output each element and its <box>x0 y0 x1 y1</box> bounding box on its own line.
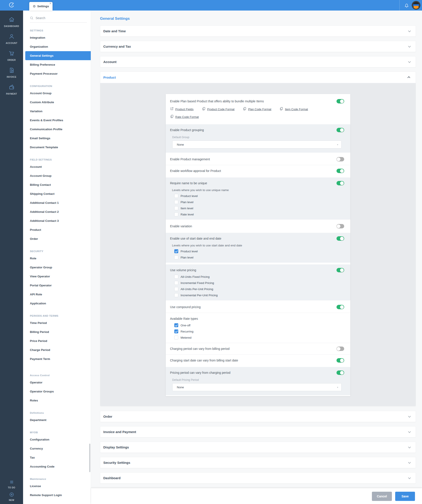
sidebar-scrollbar[interactable] <box>89 444 90 472</box>
accordion-date-and-time[interactable]: Date and Time <box>100 25 416 37</box>
save-button[interactable]: Save <box>395 492 415 501</box>
sidebar-item-email-settings[interactable]: Email Settings <box>23 134 91 143</box>
link-product-fields[interactable]: Product Fields <box>170 107 194 111</box>
checkbox-metered[interactable] <box>174 336 178 340</box>
checkbox-row-plan-level[interactable]: Plan level <box>174 200 344 204</box>
rail-item-order[interactable]: ORDER <box>0 50 23 61</box>
toggle-enable-use-of-start-date-and-end-date[interactable] <box>336 236 344 241</box>
checkbox-plan-level[interactable] <box>174 200 178 204</box>
checkbox-row-incremental-fixed-pricing[interactable]: Incremental Fixed Pricing <box>174 281 344 285</box>
sidebar-item-order[interactable]: Order <box>23 234 91 243</box>
sidebar-item-document-template[interactable]: Document Template <box>23 143 91 152</box>
checkbox-row-one-off[interactable]: One-off <box>174 323 344 327</box>
rail-item-dashboard[interactable]: DASHBOARD <box>0 16 23 27</box>
sidebar-item-events-event-profiles[interactable]: Events & Event Profiles <box>23 116 91 125</box>
accordion-dashboard[interactable]: Dashboard <box>100 472 416 484</box>
rail-item-account[interactable]: ACCOUNT <box>0 33 23 44</box>
sidebar-item-payment-processor[interactable]: Payment Processor <box>23 69 91 78</box>
checkbox-row-incremental-per-unit-pricing[interactable]: Incremental Per-Unit Pricing <box>174 293 344 297</box>
sidebar-item-account-group[interactable]: Account Group <box>23 171 91 180</box>
sidebar-item-charge-period[interactable]: Charge Period <box>23 345 91 354</box>
checkbox-all-units-fixed-pricing[interactable] <box>174 275 178 279</box>
sidebar-item-billing-preference[interactable]: Billing Preference <box>23 60 91 69</box>
sidebar-item-billing-contact[interactable]: Billing Contact <box>23 180 91 189</box>
toggle-enable-product-grouping[interactable] <box>336 128 344 132</box>
sidebar-item-shipping-contact[interactable]: Shipping Contact <box>23 189 91 198</box>
sidebar-item-operator-groups[interactable]: Operator Groups <box>23 387 91 396</box>
accordion-order[interactable]: Order <box>100 411 416 422</box>
link-rate-code-format[interactable]: Rate Code Format <box>170 115 199 119</box>
sidebar-item-account[interactable]: Account <box>23 162 91 171</box>
sidebar-item-time-period[interactable]: Time Period <box>23 318 91 327</box>
toggle-enable-product-management[interactable] <box>336 157 344 162</box>
checkbox-row-rate-level[interactable]: Rate level <box>174 212 344 216</box>
avatar[interactable] <box>412 1 421 10</box>
accordion-display-settings[interactable]: Display Settings <box>100 442 416 453</box>
rail-item-invoice[interactable]: INVOICE <box>0 67 23 78</box>
toggle-use-compound-pricing[interactable] <box>336 305 344 309</box>
select-default-pricing-period[interactable]: None▾ <box>172 383 342 391</box>
toggle-use-volume-pricing[interactable] <box>336 268 344 272</box>
checkbox-row-metered[interactable]: Metered <box>174 336 344 340</box>
checkbox-row-product-level[interactable]: Product level <box>174 194 344 198</box>
checkbox-row-plan-level[interactable]: Plan level <box>174 255 344 259</box>
rail-item-to-do[interactable]: TO DO <box>0 480 23 489</box>
sidebar-item-application[interactable]: Application <box>23 299 91 308</box>
checkbox-recurring[interactable] <box>174 330 178 333</box>
tab-settings[interactable]: ⚙ Settings ✕ <box>29 2 53 11</box>
close-icon[interactable]: ✕ <box>49 2 52 5</box>
select-default-group[interactable]: None▾ <box>172 141 342 149</box>
sidebar-item-product[interactable]: Product <box>23 225 91 234</box>
checkbox-product-level[interactable] <box>174 249 178 253</box>
toggle-charging-period-can-vary-from-billing-period[interactable] <box>336 347 344 351</box>
checkbox-row-all-units-per-unit-pricing[interactable]: All-Units Per-Unit Pricing <box>174 287 344 291</box>
search-input[interactable] <box>36 16 80 20</box>
sidebar-item-view-operator[interactable]: View Operator <box>23 272 91 281</box>
toggle-enable-variation[interactable] <box>336 224 344 228</box>
link-item-code-format[interactable]: Item Code Format <box>280 107 308 111</box>
toggle-pricing-period-can-vary-from-charging-period[interactable] <box>336 371 344 375</box>
cancel-button[interactable]: Cancel <box>372 492 392 501</box>
sidebar-item-accounting-code[interactable]: Accounting Code <box>23 462 91 471</box>
sidebar-item-custom-attribute[interactable]: Custom Attribute <box>23 98 91 107</box>
checkbox-all-units-per-unit-pricing[interactable] <box>174 287 178 291</box>
sidebar-item-general-settings[interactable]: General Settings <box>25 51 91 60</box>
toggle-charging-start-date-can-vary-from-billing-start-date[interactable] <box>336 358 344 363</box>
checkbox-row-item-level[interactable]: Item level <box>174 206 344 210</box>
checkbox-one-off[interactable] <box>174 323 178 327</box>
accordion-currency-and-tax[interactable]: Currency and Tax <box>100 41 416 52</box>
sidebar-item-currency[interactable]: Currency <box>23 444 91 453</box>
sidebar-item-communication-profile[interactable]: Communication Profile <box>23 125 91 134</box>
sidebar-item-remote-support-login[interactable]: Remote Support Login <box>23 491 91 500</box>
sidebar-item-role[interactable]: Role <box>23 254 91 263</box>
sidebar-item-operator-group[interactable]: Operator Group <box>23 263 91 272</box>
app-logo[interactable] <box>0 0 23 11</box>
sidebar-item-department[interactable]: Department <box>23 415 91 425</box>
sidebar-item-account-group[interactable]: Account Group <box>23 89 91 98</box>
link-product-code-format[interactable]: Product Code Format <box>202 107 234 111</box>
sidebar-item-integration[interactable]: Integration <box>23 33 91 42</box>
accordion-invoice-and-payment[interactable]: Invoice and Payment <box>100 426 416 438</box>
sidebar-item-license[interactable]: License <box>23 482 91 491</box>
sidebar-item-payment-term[interactable]: Payment Term <box>23 354 91 363</box>
checkbox-row-all-units-fixed-pricing[interactable]: All-Units Fixed Pricing <box>174 275 344 279</box>
checkbox-incremental-fixed-pricing[interactable] <box>174 281 178 285</box>
checkbox-incremental-per-unit-pricing[interactable] <box>174 293 178 297</box>
notification-bell-icon[interactable] <box>404 3 410 8</box>
search-box[interactable] <box>30 16 87 23</box>
sidebar-item-additional-contact-2[interactable]: Additional Contact 2 <box>23 207 91 216</box>
checkbox-rate-level[interactable] <box>174 212 178 216</box>
sidebar-item-billing-period[interactable]: Billing Period <box>23 327 91 336</box>
sidebar-item-price-period[interactable]: Price Period <box>23 336 91 345</box>
accordion-security-settings[interactable]: Security Settings <box>100 457 416 468</box>
sidebar-item-variation[interactable]: Variation <box>23 107 91 116</box>
sidebar-item-organization[interactable]: Organization <box>23 42 91 51</box>
sidebar-item-additional-contact-1[interactable]: Additional Contact 1 <box>23 198 91 207</box>
rail-item-new[interactable]: NEW <box>0 492 23 501</box>
toggle-enable-workflow-approval-for-product[interactable] <box>336 169 344 173</box>
checkbox-row-recurring[interactable]: Recurring <box>174 330 344 333</box>
rail-item-payment[interactable]: PAYMENT <box>0 84 23 95</box>
sidebar-item-roles[interactable]: Roles <box>23 396 91 405</box>
toggle-enable-plan-based-product-that-offers-ability-to-bundle-multiple-items[interactable] <box>336 99 344 103</box>
sidebar-item-operator[interactable]: Operator <box>23 378 91 387</box>
